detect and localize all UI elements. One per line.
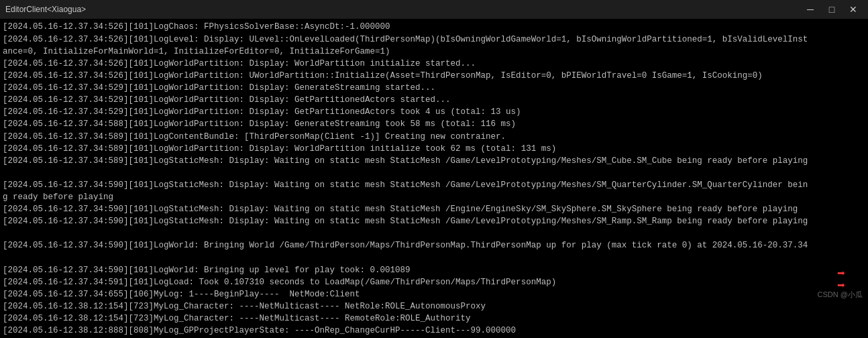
maximize-button[interactable]: □ [822,3,841,16]
close-button[interactable]: ✕ [844,3,863,16]
log-line: [2024.05.16-12.37.34:589][101]LogStaticM… [3,155,865,167]
log-line: [2024.05.16-12.37.34:590][101]LogStaticM… [3,179,865,191]
log-line: [2024.05.16-12.37.34:590][101]LogWorld: … [3,239,865,251]
log-line: [2024.05.16-12.37.34:589][101]LogWorldPa… [3,143,865,155]
title-bar-left: EditorClient<Xiaogua> [5,5,86,14]
log-line: [2024.05.16-12.37.34:526][101]LogWorldPa… [3,58,865,70]
window: EditorClient<Xiaogua> ─ □ ✕ [2024.05.16-… [0,0,868,338]
log-line [3,252,865,264]
log-line: [2024.05.16-12.38.12:888][808]MyLog_GPPr… [3,325,865,337]
log-line: [2024.05.16-12.37.34:526][101]LogChaos: … [3,21,865,33]
log-line: [2024.05.16-12.37.34:526][101]LogLevel: … [3,34,865,46]
log-line: [2024.05.16-12.38.12:154][723]MyLog_Char… [3,300,865,313]
title-bar: EditorClient<Xiaogua> ─ □ ✕ [0,0,868,19]
log-line: [2024.05.16-12.37.34:590][101]LogStaticM… [3,203,865,215]
log-line: g ready before playing [3,191,865,203]
log-line: [2024.05.16-12.37.34:590][101]LogStaticM… [3,215,865,227]
log-line: ance=0, InitializeForMainWorld=1, Initia… [3,46,865,58]
log-line: [2024.05.16-12.37.34:529][101]LogWorldPa… [3,94,865,106]
log-line: [2024.05.16-12.37.34:529][101]LogWorldPa… [3,106,865,118]
log-line: [2024.05.16-12.37.34:590][101]LogWorld: … [3,264,865,276]
log-line: [2024.05.16-12.37.34:591][101]LogLoad: T… [3,276,865,288]
log-line: [2024.05.16-12.38.12:154][723]MyLog_Char… [3,313,865,325]
minimize-button[interactable]: ─ [801,3,820,16]
title-bar-controls: ─ □ ✕ [801,3,863,16]
log-line: [2024.05.16-12.37.34:589][101]LogContent… [3,131,865,143]
log-line: [2024.05.16-12.37.34:655][106]MyLog: 1--… [3,288,865,300]
log-line [3,227,865,239]
log-container[interactable]: [2024.05.16-12.37.34:521][101]LogUObject… [0,19,868,338]
window-title: EditorClient<Xiaogua> [5,5,86,14]
log-line: [2024.05.16-12.37.34:526][101]LogWorldPa… [3,70,865,82]
log-line: [2024.05.16-12.37.34:588][101]LogWorldPa… [3,118,865,130]
watermark: CSDN @小瓜 [818,290,863,300]
log-line: [2024.05.16-12.37.34:529][101]LogWorldPa… [3,82,865,94]
log-line [3,167,865,179]
